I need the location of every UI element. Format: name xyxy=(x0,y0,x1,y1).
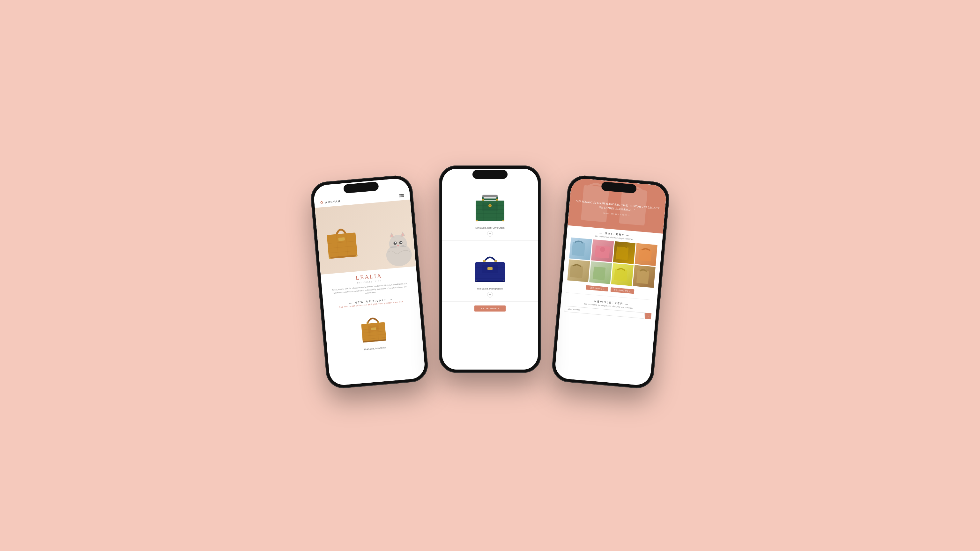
gallery-thumb-3[interactable] xyxy=(613,241,635,264)
svg-rect-70 xyxy=(572,242,585,256)
hamburger-menu[interactable] xyxy=(399,194,404,197)
svg-rect-64 xyxy=(487,267,493,270)
svg-rect-0 xyxy=(327,232,357,259)
flower-icon: ✿ xyxy=(320,200,324,205)
blue-product-name: Mini Laelia, Midnight Blue xyxy=(447,287,533,290)
gallery-grid xyxy=(567,238,657,288)
svg-rect-76 xyxy=(593,267,606,280)
phone-left: ✿ AREYAH xyxy=(309,174,429,389)
hero-cat-image xyxy=(379,225,416,269)
gallery-section: — GALLERY — Get inspired everyday from A… xyxy=(562,225,663,299)
svg-rect-39 xyxy=(482,195,498,197)
product-item-blue[interactable]: Mini Laelia, Midnight Blue + xyxy=(442,244,538,302)
screen-right: "AN ICONIC STYLISH HANDBAG THAT BESTOW I… xyxy=(554,178,667,386)
hamburger-line-2 xyxy=(399,195,404,196)
right-screen-content: "AN ICONIC STYLISH HANDBAG THAT BESTOW I… xyxy=(554,178,667,386)
add-blue-button[interactable]: + xyxy=(487,292,493,297)
product-item-green[interactable]: Mini Laelia, Dark Olive Green + xyxy=(442,183,538,241)
svg-rect-69 xyxy=(619,189,647,226)
product-divider xyxy=(447,242,533,242)
notch-center xyxy=(473,170,508,179)
hero-bag-image xyxy=(317,213,366,275)
svg-rect-73 xyxy=(616,246,628,260)
screen-left: ✿ AREYAH xyxy=(313,178,426,386)
gallery-thumb-4[interactable] xyxy=(635,243,657,266)
hero-banner-left xyxy=(315,200,416,275)
shop-now-button[interactable]: SHOP NOW › xyxy=(474,305,506,311)
svg-rect-6 xyxy=(338,237,345,241)
hamburger-line-3 xyxy=(399,197,404,197)
svg-rect-78 xyxy=(636,270,649,284)
scene: ✿ AREYAH xyxy=(0,0,980,551)
svg-rect-74 xyxy=(638,249,652,261)
svg-point-52 xyxy=(476,220,478,222)
svg-rect-67 xyxy=(475,281,505,282)
latte-bag-image xyxy=(355,309,392,347)
svg-rect-51 xyxy=(489,205,491,206)
left-screen-content: ✿ AREYAH xyxy=(313,178,426,386)
add-green-button[interactable]: + xyxy=(487,231,493,237)
phone-center: Mini Laelia, Dark Olive Green + xyxy=(439,165,541,373)
gallery-thumb-1[interactable] xyxy=(569,238,592,260)
svg-rect-27 xyxy=(361,322,386,343)
gallery-thumb-2[interactable] xyxy=(591,240,614,262)
gallery-thumb-6[interactable] xyxy=(589,261,612,284)
svg-rect-35 xyxy=(371,327,376,330)
follow-us-button[interactable]: FOLLOW US › xyxy=(610,287,634,294)
hamburger-line-1 xyxy=(399,194,404,195)
svg-rect-75 xyxy=(570,265,584,278)
blue-bag-image xyxy=(471,248,509,286)
see-more-button[interactable]: SEE MORE › xyxy=(586,285,608,291)
screen-center: Mini Laelia, Dark Olive Green + xyxy=(442,169,538,370)
svg-point-53 xyxy=(503,220,504,222)
phone-right: "AN ICONIC STYLISH HANDBAG THAT BESTOW I… xyxy=(551,174,671,389)
newsletter-section: — NEWSLETTER — Join our mailing list and… xyxy=(560,293,657,323)
gallery-thumb-8[interactable] xyxy=(633,265,655,287)
newsletter-submit-button[interactable]: › xyxy=(645,313,651,319)
green-bag-image xyxy=(471,187,509,225)
brand-logo: ✿ AREYAH xyxy=(320,199,341,205)
gallery-thumb-7[interactable] xyxy=(611,263,633,286)
gallery-thumb-5[interactable] xyxy=(567,259,590,282)
product-card-latte[interactable]: Mini Laelia, Latte Brown xyxy=(324,303,423,355)
brand-name: AREYAH xyxy=(325,199,341,204)
green-product-name: Mini Laelia, Dark Olive Green xyxy=(447,227,533,229)
center-screen-content: Mini Laelia, Dark Olive Green + xyxy=(442,169,538,370)
svg-rect-77 xyxy=(614,269,627,281)
